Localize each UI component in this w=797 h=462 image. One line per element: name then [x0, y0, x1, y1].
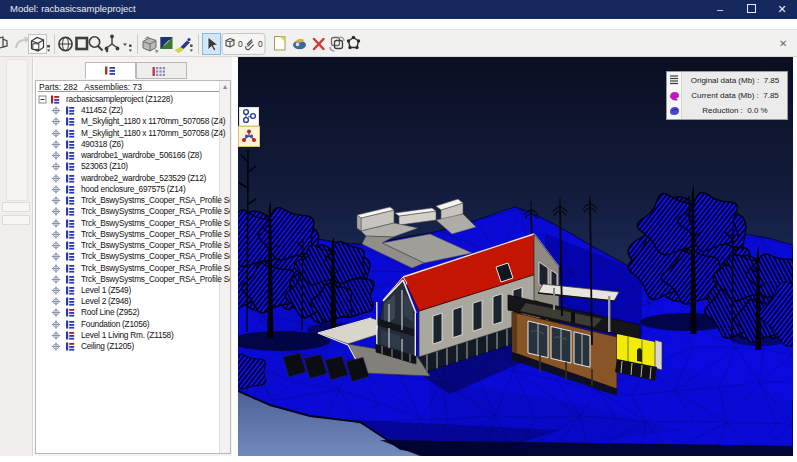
- svg-text:✕: ✕: [779, 38, 787, 49]
- svg-text:0: 0: [238, 39, 243, 49]
- svg-text:0: 0: [258, 39, 263, 49]
